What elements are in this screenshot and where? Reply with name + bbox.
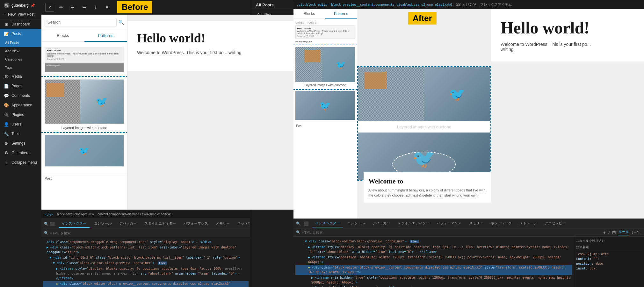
sidebar-item-dashboard[interactable]: ⊞ Dashboard bbox=[0, 19, 41, 29]
main-canvas: Hello world! Welcome to WordPress. This … bbox=[127, 15, 317, 210]
r-tab-accessibility[interactable]: アクセシビ... bbox=[541, 219, 568, 227]
sidebar-item-media[interactable]: 🖼 Media bbox=[0, 72, 41, 81]
before-badge: Before bbox=[117, 1, 152, 13]
sidebar-item-tags[interactable]: Tags bbox=[0, 63, 41, 72]
r-tab-blocks[interactable]: Blocks bbox=[293, 9, 325, 19]
r-console-icon[interactable]: ⬛ bbox=[304, 221, 309, 226]
tools-icon: 🔧 bbox=[4, 131, 9, 136]
sidebar-item-plugins[interactable]: 🔌 Plugins bbox=[0, 110, 41, 119]
html-line: ▼ <div class="block-editor-block-preview… bbox=[43, 260, 249, 266]
sidebar-item-label: Dashboard bbox=[11, 22, 30, 26]
pattern-label: Layered images with duotone bbox=[45, 126, 124, 130]
r-rule-tab[interactable]: ルール bbox=[619, 229, 629, 235]
new-label[interactable]: New bbox=[8, 12, 16, 17]
sidebar-item-categories[interactable]: Categories bbox=[0, 55, 41, 63]
r-pseudo-title: 疑似要素 bbox=[576, 245, 642, 250]
sidebar-item-settings[interactable]: ⚙ Settings bbox=[0, 139, 41, 148]
view-post-label[interactable]: View Post bbox=[18, 12, 34, 17]
tab-style-editor[interactable]: スタイルエディター bbox=[141, 220, 179, 228]
site-name[interactable]: W gutenberg 📌 bbox=[0, 0, 41, 11]
r-inspector-icon[interactable]: 🔍 bbox=[296, 221, 301, 226]
sidebar-item-add-new[interactable]: Add New bbox=[0, 47, 41, 55]
sidebar-item-posts[interactable]: 📝 Posts bbox=[0, 29, 41, 39]
r-block-sidebar: Blocks Patterns LATEST POSTS Hello world… bbox=[293, 9, 357, 219]
r-tab-patterns[interactable]: Patterns bbox=[325, 9, 357, 19]
r-html-search-input[interactable] bbox=[302, 231, 601, 234]
html-line: ▶ <iframe style="display: block; opacity… bbox=[43, 266, 249, 281]
plus-icon: + bbox=[4, 12, 6, 17]
inspector-icon[interactable]: 🔍 bbox=[44, 222, 49, 226]
sidebar-item-gutenberg[interactable]: G Gutenberg bbox=[0, 148, 41, 158]
sidebar-item-label: Posts bbox=[11, 32, 21, 36]
right-editor: .div.block-editor-block-preview__content… bbox=[293, 0, 644, 287]
sidebar-sub-label: Tags bbox=[5, 66, 12, 69]
r-tab-memory[interactable]: メモリー bbox=[466, 219, 486, 227]
r-styles-filter: スタイルを絞り込む bbox=[576, 239, 642, 243]
options-button[interactable]: ≡ bbox=[103, 3, 112, 12]
sidebar-item-comments[interactable]: 💬 Comments bbox=[0, 91, 41, 100]
close-button[interactable]: × bbox=[45, 3, 54, 12]
r-expand-icon[interactable]: ⤢ bbox=[607, 230, 611, 235]
tab-console[interactable]: コンソール bbox=[91, 220, 115, 228]
list-item[interactable]: Hello world. Welcome to WordPress. This … bbox=[41, 44, 127, 77]
left-panel: W gutenberg 📌 + New View Post ⊞ Dashboar… bbox=[0, 0, 250, 287]
r-tab-style-editor[interactable]: スタイルエディター bbox=[394, 219, 432, 227]
r-filter-icon[interactable]: ⊞ bbox=[612, 230, 616, 235]
sidebar-item-label: Gutenberg bbox=[11, 151, 30, 155]
wp-logo-icon: W bbox=[4, 3, 10, 8]
r-tab-network[interactable]: ネットワーク bbox=[488, 219, 515, 227]
redo-button[interactable]: ↪ bbox=[80, 3, 89, 12]
right-sidebar-title: All Posts bbox=[252, 0, 293, 10]
devtools-actions-group: 🔍 ⬛ bbox=[44, 222, 55, 226]
tab-debugger[interactable]: デバッガー bbox=[116, 220, 140, 228]
r-tab-inspector[interactable]: インスペクター bbox=[312, 219, 343, 227]
tab-patterns[interactable]: Patterns bbox=[84, 30, 127, 42]
sidebar-item-collapse[interactable]: « Collapse menu bbox=[0, 158, 41, 167]
tab-inspector[interactable]: インスペクター bbox=[59, 220, 90, 228]
html-line: <div class="components-draggable-drag-co… bbox=[43, 239, 249, 245]
blocks-patterns-tabs: Blocks Patterns bbox=[41, 30, 127, 42]
r-css-selector: .css-u2jump::afte bbox=[576, 252, 642, 256]
close-icon: × bbox=[48, 5, 51, 10]
r-post-label: Post bbox=[293, 122, 357, 130]
info-button[interactable]: ℹ bbox=[91, 3, 100, 12]
search-input[interactable] bbox=[45, 18, 117, 26]
after-badge-container: After bbox=[408, 12, 437, 25]
r-layout-tab[interactable]: レイ... bbox=[632, 230, 641, 235]
sidebar-item-users[interactable]: 👤 Users bbox=[0, 119, 41, 129]
sidebar-item-label: Appearance bbox=[11, 103, 32, 107]
sidebar-item-pages[interactable]: 📄 Pages bbox=[0, 81, 41, 91]
r-html-line: ▶ <iframe aria-hidden="true" style="posi… bbox=[295, 275, 572, 285]
brush-icon[interactable]: ✏ bbox=[57, 3, 66, 12]
r-tab-bar: Blocks Patterns bbox=[293, 9, 357, 19]
dashboard-icon: ⊞ bbox=[4, 22, 9, 27]
sidebar-item-appearance[interactable]: 🎨 Appearance bbox=[0, 100, 41, 110]
r-canvas-title: Hello world! bbox=[501, 18, 634, 37]
tab-memory[interactable]: メモリー bbox=[213, 220, 233, 228]
r-add-icon[interactable]: + bbox=[603, 230, 606, 235]
html-search-input[interactable] bbox=[50, 231, 275, 235]
r-debug-bar-top: .div.block-editor-block-preview__content… bbox=[293, 0, 644, 9]
console-icon[interactable]: ⬛ bbox=[50, 222, 55, 226]
post-label: Post bbox=[41, 174, 127, 183]
r-tab-console[interactable]: コンソール bbox=[344, 219, 368, 227]
list-item[interactable]: 🐦 Layered images with duotone bbox=[41, 77, 127, 132]
list-item[interactable]: 🐦 bbox=[41, 132, 127, 171]
r-welcome-section: Welcome to A few about hummingbird behav… bbox=[364, 172, 491, 203]
undo-button[interactable]: ↩ bbox=[68, 3, 77, 12]
sidebar-item-label: Collapse menu bbox=[11, 160, 37, 165]
pattern-preview: 🐦 bbox=[45, 79, 124, 124]
r-latest-posts-preview: LATEST POSTS Hello world. Welcome to Wor… bbox=[293, 19, 357, 45]
sidebar-item-tools[interactable]: 🔧 Tools bbox=[0, 129, 41, 139]
r-list-item-selected[interactable]: 🐦 Layered images with duotone bbox=[293, 45, 357, 89]
html-line: ▶ <div class="block-editor-block-pattern… bbox=[43, 245, 249, 255]
r-tab-performance[interactable]: パフォーマンス bbox=[434, 219, 465, 227]
r-html-line: tabindex="-1" title="Editor canvas"> ↔ <… bbox=[295, 285, 572, 287]
r-list-item[interactable]: 🐦 bbox=[293, 89, 357, 122]
sidebar-item-all-posts[interactable]: All Posts bbox=[0, 39, 41, 47]
tab-performance[interactable]: パフォーマンス bbox=[180, 220, 211, 228]
devtools-html-tree: <div class="components-draggable-drag-co… bbox=[41, 237, 250, 287]
r-tab-debugger[interactable]: デバッガー bbox=[369, 219, 393, 227]
r-tab-storage[interactable]: ストレージ bbox=[516, 219, 540, 227]
tab-blocks[interactable]: Blocks bbox=[41, 30, 84, 42]
